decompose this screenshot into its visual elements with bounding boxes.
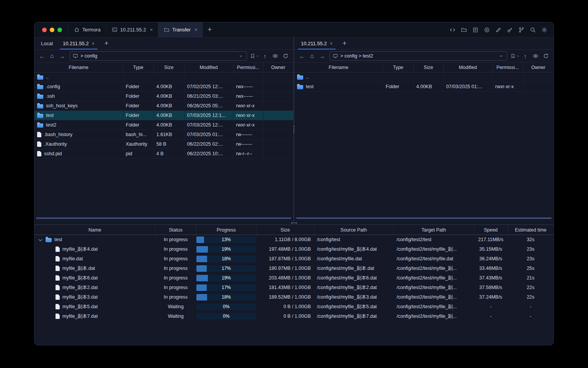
app-tab-termora[interactable]: Termora: [68, 22, 106, 37]
column-header-estimated-time[interactable]: Estimated time: [508, 225, 554, 235]
close-tab-icon[interactable]: ×: [194, 27, 198, 33]
column-header-filename[interactable]: Filename: [34, 62, 123, 72]
column-header-modified[interactable]: Modified: [184, 62, 233, 72]
refresh-button[interactable]: [281, 51, 290, 61]
log-button[interactable]: [470, 25, 480, 34]
zoom-window-button[interactable]: [57, 28, 62, 32]
file-row[interactable]: ssh_host_keys Folder 4.00KB 06/26/2025 0…: [34, 101, 293, 111]
transfer-row[interactable]: myfile_副本.dat In progress 17% 180.97MB /…: [34, 264, 554, 273]
file-size: 4.00KB: [413, 82, 443, 92]
transfer-row[interactable]: myfile_副本5.dat Waiting 0% 0 B / 1.00GB /…: [34, 302, 554, 312]
column-header-owner[interactable]: Owner: [263, 62, 293, 72]
column-header-target-path[interactable]: Target Path: [394, 225, 474, 235]
transfer-row[interactable]: myfile.dat In progress 18% 187.87MB / 1.…: [34, 254, 554, 264]
file-row[interactable]: ..: [294, 72, 554, 82]
column-header-size[interactable]: Size: [154, 62, 184, 72]
transfer-row[interactable]: myfile_副本7.dat Waiting 0% 0 B / 1.00GB /…: [34, 312, 554, 321]
refresh-button[interactable]: [541, 51, 550, 61]
horizontal-scrollbar[interactable]: [296, 217, 552, 219]
transfer-row[interactable]: myfile_副本3.dat In progress 18% 189.52MB …: [34, 292, 554, 302]
app-tab-transfer[interactable]: Transfer ×: [158, 22, 203, 37]
file-row[interactable]: .config Folder 4.00KB 07/02/2025 12:... …: [34, 82, 293, 92]
file-type: Folder: [383, 82, 413, 92]
column-header-permissions[interactable]: Permissi...: [233, 62, 263, 72]
key-button[interactable]: [505, 25, 514, 34]
transfer-row[interactable]: myfile_副本6.dat In progress 19% 203.48MB …: [34, 273, 554, 283]
column-header-name[interactable]: Name: [34, 225, 155, 235]
column-header-speed[interactable]: Speed: [474, 225, 508, 235]
file-row[interactable]: test Folder 4.00KB 07/03/2025 12:1... rw…: [34, 111, 293, 120]
column-header-permissions[interactable]: Permissi...: [492, 62, 523, 72]
transfer-row[interactable]: myfile_副本2.dat In progress 17% 181.43MB …: [34, 283, 554, 292]
pane-tab-host[interactable]: 10.211.55.2 ×: [296, 38, 338, 49]
horizontal-scrollbar[interactable]: [36, 217, 291, 219]
minimize-window-button[interactable]: [50, 28, 54, 32]
forward-button[interactable]: [317, 51, 327, 61]
file-row[interactable]: .bash_history bash_hi... 1.61KB 07/03/20…: [34, 130, 293, 140]
show-hidden-button[interactable]: [531, 51, 540, 61]
column-header-size[interactable]: Size: [413, 62, 443, 72]
left-pane-toolbar: > config: [34, 50, 293, 62]
branch-button[interactable]: [516, 25, 526, 34]
path-bar[interactable]: > config: [70, 51, 247, 61]
app-tab-host[interactable]: 10.211.55.2 ×: [106, 22, 158, 37]
transfer-size: 203.48MB / 1.00GB: [256, 273, 314, 283]
column-header-filename[interactable]: Filename: [294, 62, 383, 72]
file-row[interactable]: .ssh Folder 4.00KB 06/21/2025 03:... rwx…: [34, 92, 293, 101]
file-type-icon: [37, 95, 43, 99]
column-header-progress[interactable]: Progress: [196, 225, 256, 235]
file-modified: 07/03/2025 01:...: [443, 82, 492, 92]
close-tab-icon[interactable]: ×: [150, 27, 153, 33]
record-button[interactable]: [482, 25, 492, 34]
transfer-status: In progress: [155, 283, 196, 292]
parent-directory-button[interactable]: [260, 51, 270, 61]
close-tab-icon[interactable]: ×: [92, 41, 95, 46]
path-bar[interactable]: > config > test2: [330, 51, 507, 61]
code-button[interactable]: [448, 25, 457, 34]
folder-button[interactable]: [459, 25, 469, 34]
column-header-size[interactable]: Size: [256, 225, 314, 235]
path-dropdown-button[interactable]: [498, 53, 504, 59]
file-row[interactable]: test2 Folder 4.00KB 07/03/2025 12:... rw…: [34, 120, 293, 130]
column-header-modified[interactable]: Modified: [443, 62, 492, 72]
new-app-tab-button[interactable]: +: [203, 22, 217, 37]
parent-directory-button[interactable]: [521, 51, 530, 61]
close-window-button[interactable]: [42, 28, 47, 32]
progress-bar: 19%: [196, 246, 256, 253]
expand-chevron-icon[interactable]: [38, 237, 43, 242]
search-button[interactable]: [528, 25, 537, 34]
close-tab-icon[interactable]: ×: [330, 41, 333, 46]
new-pane-tab-button[interactable]: +: [338, 38, 352, 49]
file-type-icon: [37, 104, 43, 108]
transfer-row[interactable]: myfile_副本4.dat In progress 19% 197.48MB …: [34, 245, 554, 254]
pane-tab-local[interactable]: Local: [36, 38, 58, 49]
path-dropdown-button[interactable]: [238, 53, 244, 59]
file-row[interactable]: test Folder 4.00KB 07/03/2025 01:... rwx…: [294, 82, 554, 92]
home-button[interactable]: [307, 51, 317, 61]
file-row[interactable]: sshd.pid pid 4 B 06/22/2025 10:... rw-r-…: [34, 149, 293, 159]
new-pane-tab-button[interactable]: +: [100, 38, 114, 49]
back-button[interactable]: [297, 51, 307, 61]
column-header-type[interactable]: Type: [123, 62, 154, 72]
column-header-status[interactable]: Status: [155, 225, 196, 235]
column-header-type[interactable]: Type: [383, 62, 413, 72]
forward-button[interactable]: [57, 51, 67, 61]
bookmarks-button[interactable]: [250, 51, 260, 61]
file-row[interactable]: ..: [34, 72, 293, 82]
column-header-source-path[interactable]: Source Path: [314, 225, 394, 235]
pane-tab-host[interactable]: 10.211.55.2 ×: [58, 38, 100, 49]
column-header-owner[interactable]: Owner: [523, 62, 554, 72]
bookmarks-button[interactable]: [510, 51, 520, 61]
search-icon: [530, 27, 536, 33]
transfer-row[interactable]: test In progress 13% 1.11GB / 8.00GB /co…: [34, 235, 554, 245]
transfer-target-path: /config/test2/test/myfile.dat: [394, 254, 474, 264]
app-tabs: Termora 10.211.55.2 × Transfer × +: [68, 22, 217, 37]
branch-icon: [518, 27, 524, 33]
back-button[interactable]: [38, 51, 47, 61]
show-hidden-button[interactable]: [270, 51, 280, 61]
settings-button[interactable]: [539, 25, 549, 34]
file-row[interactable]: .Xauthority Xauthority 58 B 06/22/2025 0…: [34, 140, 293, 149]
edit-button[interactable]: [493, 25, 503, 34]
home-button[interactable]: [47, 51, 57, 61]
horizontal-splitter[interactable]: [34, 222, 554, 225]
